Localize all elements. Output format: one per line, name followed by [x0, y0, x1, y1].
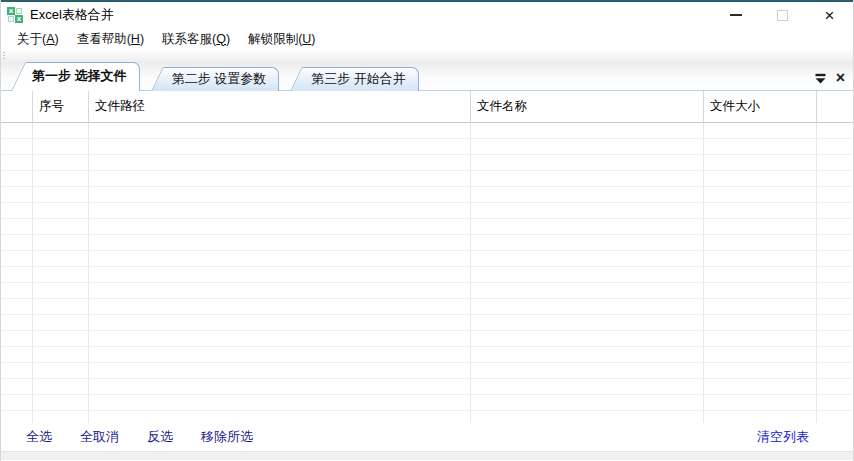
cell-checkbox — [1, 171, 33, 186]
cell-file-name — [471, 331, 704, 346]
cell-file-size — [704, 235, 817, 250]
tab-step1-select-files[interactable]: 第一步 选择文件 — [11, 62, 140, 91]
toolstrip-grip-icon — [3, 52, 5, 60]
cell-checkbox — [1, 267, 33, 282]
column-header-file-size[interactable]: 文件大小 — [704, 91, 817, 122]
tab-strip-controls: × — [814, 71, 845, 85]
menu-item-about[interactable]: 关于(A) — [8, 29, 68, 50]
tab-close-icon[interactable]: × — [836, 71, 845, 85]
cell-file-path — [89, 123, 471, 138]
menu-bar: 关于(A)查看帮助(H)联系客服(Q)解锁限制(U) — [1, 28, 853, 50]
cell-file-size — [704, 267, 817, 282]
cell-file-name — [471, 379, 704, 394]
footer-bar: 全选全取消反选移除所选 清空列表 — [1, 423, 853, 451]
footer-links: 全选全取消反选移除所选 — [26, 428, 253, 446]
menu-item-label-suffix: ) — [140, 32, 144, 46]
app-window: Excel表格合并 × 关于(A)查看帮助(H)联系客服(Q)解锁限制(U) 第… — [0, 0, 854, 461]
cell-file-path — [89, 411, 471, 423]
cell-file-size — [704, 315, 817, 330]
cell-filler — [817, 123, 853, 138]
tab-label: 第一步 选择文件 — [11, 62, 140, 90]
cell-filler — [817, 347, 853, 362]
tab-overflow-icon[interactable] — [814, 73, 827, 84]
cell-file-size — [704, 395, 817, 410]
cell-file-name — [471, 315, 704, 330]
cell-file-name — [471, 155, 704, 170]
menu-item-unlock-limit[interactable]: 解锁限制(U) — [239, 29, 324, 50]
table-row — [1, 363, 853, 379]
cell-index — [33, 315, 89, 330]
cell-filler — [817, 139, 853, 154]
cell-filler — [817, 379, 853, 394]
cell-checkbox — [1, 251, 33, 266]
table-row — [1, 251, 853, 267]
table-row — [1, 219, 853, 235]
tabs: 第一步 选择文件第二步 设置参数第三步 开始合并 — [11, 62, 430, 91]
cell-file-size — [704, 139, 817, 154]
table-row — [1, 139, 853, 155]
cell-file-size — [704, 331, 817, 346]
cell-file-name — [471, 411, 704, 423]
minimize-button[interactable] — [712, 2, 759, 28]
cell-file-name — [471, 203, 704, 218]
cell-index — [33, 171, 89, 186]
menu-item-mnemonic: H — [131, 32, 140, 46]
table-body — [1, 123, 853, 423]
cell-file-name — [471, 347, 704, 362]
cell-checkbox — [1, 123, 33, 138]
cell-index — [33, 363, 89, 378]
cell-file-name — [471, 139, 704, 154]
column-header-file-path[interactable]: 文件路径 — [89, 91, 471, 122]
cell-checkbox — [1, 155, 33, 170]
footer-link-select-all[interactable]: 全选 — [26, 428, 52, 446]
maximize-button[interactable] — [759, 2, 806, 28]
cell-file-name — [471, 187, 704, 202]
menu-item-view-help[interactable]: 查看帮助(H) — [68, 29, 153, 50]
close-icon: × — [825, 7, 835, 24]
footer-link-deselect-all[interactable]: 全取消 — [80, 428, 119, 446]
cell-index — [33, 331, 89, 346]
column-header-label: 文件大小 — [710, 98, 760, 115]
cell-file-path — [89, 171, 471, 186]
cell-index — [33, 347, 89, 362]
cell-file-name — [471, 251, 704, 266]
cell-filler — [817, 171, 853, 186]
cell-checkbox — [1, 395, 33, 410]
column-header-file-name[interactable]: 文件名称 — [471, 91, 704, 122]
close-button[interactable]: × — [806, 2, 853, 28]
cell-file-path — [89, 139, 471, 154]
footer-link-invert-selection[interactable]: 反选 — [147, 428, 173, 446]
cell-checkbox — [1, 187, 33, 202]
footer-link-clear-list[interactable]: 清空列表 — [757, 428, 809, 446]
tab-label: 第二步 设置参数 — [151, 67, 280, 90]
cell-file-name — [471, 363, 704, 378]
cell-index — [33, 203, 89, 218]
cell-filler — [817, 155, 853, 170]
tab-step3-start-merge[interactable]: 第三步 开始合并 — [290, 67, 419, 91]
column-header-index[interactable]: 序号 — [33, 91, 89, 122]
cell-file-path — [89, 379, 471, 394]
column-header-filler[interactable] — [817, 91, 853, 122]
cell-file-size — [704, 219, 817, 234]
tab-step2-set-parameters[interactable]: 第二步 设置参数 — [151, 67, 280, 91]
column-header-checkbox[interactable] — [1, 91, 33, 122]
maximize-icon — [777, 10, 788, 21]
cell-file-path — [89, 155, 471, 170]
cell-filler — [817, 219, 853, 234]
cell-file-path — [89, 315, 471, 330]
menu-item-label-suffix: ) — [55, 32, 59, 46]
column-header-label: 文件名称 — [477, 98, 527, 115]
menu-item-contact-support[interactable]: 联系客服(Q) — [153, 29, 239, 50]
minimize-icon — [730, 14, 742, 16]
cell-file-path — [89, 251, 471, 266]
table-row — [1, 347, 853, 363]
cell-checkbox — [1, 379, 33, 394]
menu-item-label-suffix: ) — [226, 32, 230, 46]
cell-file-size — [704, 299, 817, 314]
footer-link-remove-selected[interactable]: 移除所选 — [201, 428, 253, 446]
table-row — [1, 395, 853, 411]
app-icon — [7, 7, 23, 23]
cell-index — [33, 251, 89, 266]
cell-filler — [817, 315, 853, 330]
cell-file-path — [89, 395, 471, 410]
